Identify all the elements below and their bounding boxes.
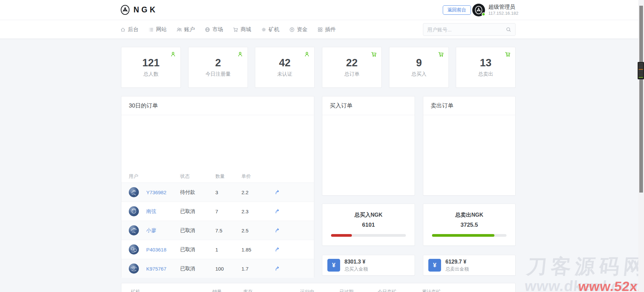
order-qty: 7 bbox=[215, 209, 241, 214]
nav-item-market[interactable]: 市场 bbox=[205, 26, 223, 33]
order-status: 已取消 bbox=[180, 246, 215, 253]
cart-icon bbox=[233, 27, 238, 32]
miners-panel: 矿机 销量 库存 运行中 已过期 今日产矿 累计产矿 bbox=[121, 283, 516, 292]
ngk-logo-icon bbox=[120, 4, 130, 15]
stat-label: 今日注册量 bbox=[206, 71, 231, 77]
logo-text: NGK bbox=[133, 5, 158, 14]
watermark-url-red: www.52xb.cn bbox=[578, 280, 644, 292]
plugins-icon bbox=[317, 27, 323, 32]
order-action-arrow-icon[interactable] bbox=[275, 228, 280, 233]
scrollbar-thumb[interactable] bbox=[639, 6, 643, 193]
stat-label: 未认证 bbox=[277, 71, 292, 77]
user-avatar bbox=[129, 206, 139, 216]
stat-label: 总买入 bbox=[412, 71, 427, 77]
ngk-logo: NGK bbox=[120, 4, 158, 15]
buy-amount-value: 8301.3 ¥ bbox=[344, 259, 368, 265]
sell-amount-label: 总卖出金额 bbox=[445, 266, 469, 272]
order-qty: 3 bbox=[215, 190, 241, 195]
nav-item-funds[interactable]: 资金 bbox=[289, 26, 308, 33]
order-row: Y736982 待付款 3 2.2 bbox=[121, 182, 314, 202]
panel-header: 30日的订单 bbox=[121, 96, 314, 115]
order-row: 南弦 已取消 7 2.3 bbox=[121, 202, 314, 221]
search-input[interactable] bbox=[423, 27, 506, 32]
order-status: 已取消 bbox=[180, 266, 215, 272]
order-action-arrow-icon[interactable] bbox=[275, 247, 280, 252]
total-buy-ngk-card: 总买入NGK 6101 bbox=[322, 204, 415, 246]
order-status: 已取消 bbox=[180, 227, 215, 234]
stat-card-registered-today: 2 今日注册量 bbox=[188, 47, 248, 88]
sell-progress-fill bbox=[432, 234, 494, 237]
nav-item-backend[interactable]: 后台 bbox=[120, 26, 139, 33]
user-link[interactable]: 小廖 bbox=[146, 227, 156, 234]
buy-amount-label: 总买入金额 bbox=[344, 266, 368, 272]
home-icon bbox=[120, 27, 126, 32]
admin-account[interactable]: 超级管理员 117.152.16.182 bbox=[472, 4, 518, 16]
cart-icon bbox=[371, 51, 377, 57]
order-price: 2.2 bbox=[241, 190, 273, 195]
gear-icon bbox=[261, 27, 267, 32]
stat-value: 22 bbox=[346, 57, 358, 69]
search-icon[interactable] bbox=[506, 27, 511, 32]
order-row: P403618 已取消 1 1.85 bbox=[121, 240, 314, 259]
total-sell-title: 总卖出NGK bbox=[455, 212, 483, 219]
nav-item-plugins[interactable]: 插件 bbox=[317, 26, 336, 33]
watermark-url: www.dkewl.com www.52xb.cn bbox=[524, 279, 644, 292]
user-avatar bbox=[129, 244, 139, 254]
order-qty: 100 bbox=[215, 266, 241, 272]
orders-table: 用户 状态 数量 单价 Y736982 待付款 3 2.2 南弦 bbox=[121, 170, 314, 278]
order-price: 1.7 bbox=[241, 266, 273, 272]
user-link[interactable]: Y736982 bbox=[146, 190, 166, 195]
order-action-arrow-icon[interactable] bbox=[275, 266, 280, 271]
sell-amount-value: 6129.7 ¥ bbox=[445, 259, 469, 265]
order-action-arrow-icon[interactable] bbox=[275, 209, 280, 214]
miners-col-header: 今日产矿 bbox=[378, 289, 396, 292]
person-icon bbox=[237, 51, 243, 57]
admin-avatar[interactable] bbox=[472, 4, 485, 16]
user-search-box bbox=[423, 23, 516, 36]
sell-amount-card: ¥ 6129.7 ¥ 总卖出金额 bbox=[423, 255, 516, 276]
miners-col-header: 库存 bbox=[243, 289, 253, 292]
total-sell-value: 3725.5 bbox=[461, 222, 478, 228]
user-link[interactable]: 南弦 bbox=[146, 208, 156, 215]
person-icon bbox=[170, 51, 176, 57]
order-price: 2.5 bbox=[241, 228, 273, 233]
stat-value: 2 bbox=[215, 57, 221, 69]
stat-label: 总人数 bbox=[144, 71, 159, 77]
miners-col-header: 矿机 bbox=[131, 289, 140, 292]
nav-item-website[interactable]: 网站 bbox=[148, 26, 167, 33]
stat-value: 121 bbox=[142, 57, 160, 69]
cart-icon bbox=[505, 51, 511, 57]
nav-item-miners[interactable]: 矿机 bbox=[261, 26, 279, 33]
user-avatar bbox=[129, 264, 139, 274]
yen-icon: ¥ bbox=[327, 259, 340, 272]
back-to-front-button[interactable]: 返回前台 bbox=[443, 5, 471, 15]
stat-value: 13 bbox=[480, 57, 491, 69]
stat-value: 9 bbox=[416, 57, 422, 69]
order-action-arrow-icon[interactable] bbox=[275, 190, 280, 195]
scrollbar-minimap[interactable] bbox=[638, 62, 644, 79]
minimap-orange-marker bbox=[639, 69, 643, 70]
miners-col-header: 销量 bbox=[212, 289, 222, 292]
order-price: 2.3 bbox=[241, 209, 273, 214]
sell-orders-panel: 卖出订单 bbox=[423, 96, 516, 196]
person-icon bbox=[304, 51, 310, 57]
watermark: 刀客源码网 www.dkewl.com www.52xb.cn bbox=[524, 257, 644, 292]
stat-card-total-buys: 9 总买入 bbox=[389, 47, 449, 88]
main-nav: 后台 网站 账户 市场 商城 矿机 bbox=[0, 20, 644, 39]
admin-ip: 117.152.16.182 bbox=[488, 10, 518, 16]
total-sell-ngk-card: 总卖出NGK 3725.5 bbox=[423, 204, 516, 246]
user-link[interactable]: K975767 bbox=[146, 266, 166, 272]
nav-item-accounts[interactable]: 账户 bbox=[176, 26, 195, 33]
admin-name: 超级管理员 bbox=[488, 4, 518, 10]
stat-card-total-orders: 22 总订单 bbox=[322, 47, 382, 88]
nav-item-mall[interactable]: 商城 bbox=[233, 26, 251, 33]
order-status: 待付款 bbox=[180, 189, 215, 196]
scrollbar-track[interactable] bbox=[638, 0, 644, 292]
buy-amount-card: ¥ 8301.3 ¥ 总买入金额 bbox=[322, 255, 415, 276]
users-icon bbox=[176, 27, 182, 32]
watermark-site-name: 刀客源码网 bbox=[526, 257, 644, 277]
panel-title: 卖出订单 bbox=[431, 102, 453, 110]
buy-progress-track bbox=[331, 234, 406, 237]
order-qty: 7.5 bbox=[215, 228, 241, 233]
user-link[interactable]: P403618 bbox=[146, 247, 166, 252]
